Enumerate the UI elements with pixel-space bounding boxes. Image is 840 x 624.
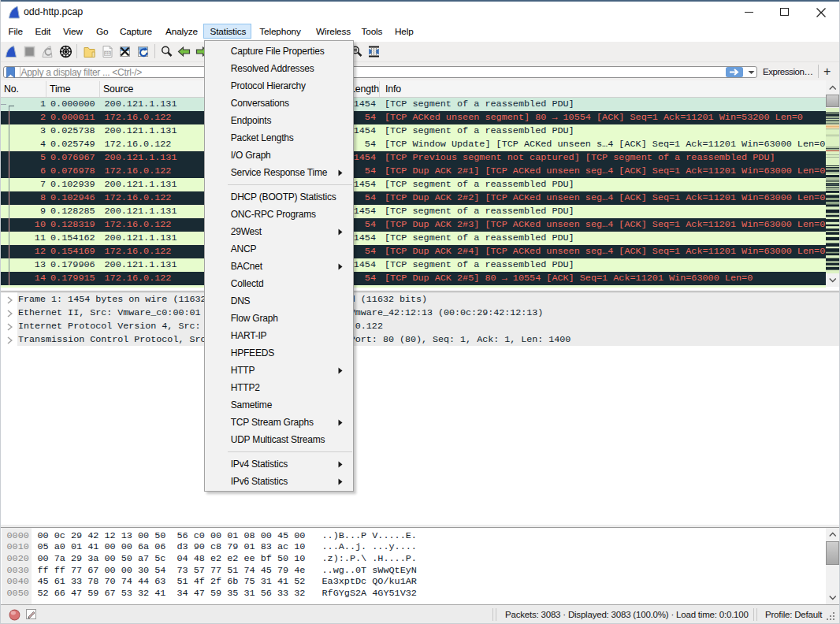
svg-text:010: 010 bbox=[104, 51, 110, 55]
